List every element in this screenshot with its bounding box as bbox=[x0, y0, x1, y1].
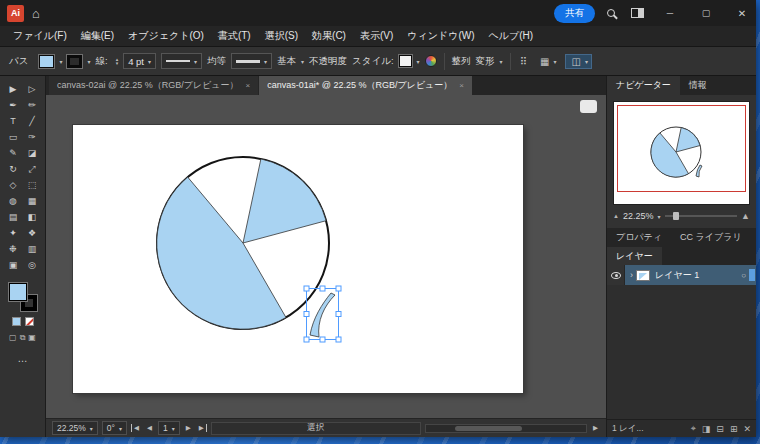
width-profile-dropdown[interactable]: ▾ bbox=[161, 53, 202, 69]
draw-inside-icon[interactable]: ▣ bbox=[28, 333, 36, 343]
navigator-zoom-slider[interactable] bbox=[665, 215, 738, 217]
type-tool[interactable]: T bbox=[4, 113, 23, 129]
visibility-cell[interactable] bbox=[607, 265, 625, 285]
blend-tool[interactable]: ❖ bbox=[23, 225, 42, 241]
clipping-mask-icon[interactable]: ◨ bbox=[702, 424, 711, 434]
draw-normal-icon[interactable]: ▢ bbox=[9, 333, 17, 343]
transform-caret-icon[interactable]: ▾ bbox=[500, 58, 503, 65]
style-swatch[interactable] bbox=[399, 55, 412, 67]
home-icon[interactable]: ⌂ bbox=[32, 7, 40, 20]
new-sublayer-icon[interactable]: ⊟ bbox=[716, 424, 724, 434]
zoom-out-icon[interactable]: ▲ bbox=[613, 213, 619, 219]
new-layer-icon[interactable]: ⊞ bbox=[730, 424, 738, 434]
close-button[interactable]: ✕ bbox=[728, 0, 756, 26]
minimize-button[interactable]: ─ bbox=[656, 0, 684, 26]
selection-handle[interactable] bbox=[320, 286, 325, 291]
tab-layers[interactable]: レイヤー bbox=[607, 247, 662, 265]
menu-file[interactable]: ファイル(F) bbox=[6, 29, 74, 43]
fill-proxy-swatch[interactable] bbox=[9, 283, 27, 301]
document-setup-button[interactable]: ▦ ▾ bbox=[534, 54, 560, 69]
last-artboard-icon[interactable]: ▶ bbox=[197, 424, 207, 432]
fill-stroke-control[interactable] bbox=[8, 282, 38, 312]
mesh-tool[interactable]: ▤ bbox=[4, 209, 23, 225]
scroll-right-icon[interactable]: ▶ bbox=[591, 424, 600, 432]
stroke-width-stepper[interactable]: ▴ ▾ bbox=[116, 57, 119, 65]
fill-color-swatch[interactable] bbox=[39, 55, 54, 68]
brush-dropdown[interactable]: ▾ bbox=[231, 53, 272, 69]
selection-handle[interactable] bbox=[336, 337, 341, 342]
width-tool[interactable]: ◇ bbox=[4, 177, 23, 193]
tab-cc-libraries[interactable]: CC ライブラリ bbox=[671, 228, 751, 247]
draw-behind-icon[interactable]: ⧉ bbox=[20, 333, 26, 343]
artboard[interactable] bbox=[73, 125, 523, 393]
pen-tool[interactable]: ✒ bbox=[4, 97, 23, 113]
menu-window[interactable]: ウィンドウ(W) bbox=[400, 29, 481, 43]
stroke-color-swatch[interactable] bbox=[67, 55, 82, 68]
line-segment-tool[interactable]: ╱ bbox=[23, 113, 42, 129]
none-button[interactable] bbox=[25, 317, 34, 326]
rotate-tool[interactable]: ↻ bbox=[4, 161, 23, 177]
selection-handle[interactable] bbox=[304, 337, 309, 342]
edit-toolbar-icon[interactable]: … bbox=[18, 353, 28, 364]
gradient-tool[interactable]: ◧ bbox=[23, 209, 42, 225]
zoom-in-icon[interactable]: ▲ bbox=[741, 211, 750, 221]
tab-navigator[interactable]: ナビゲーター bbox=[607, 76, 680, 95]
layer-thumbnail[interactable] bbox=[636, 270, 650, 281]
transform-label[interactable]: 変形 bbox=[476, 55, 495, 68]
recolor-artwork-icon[interactable] bbox=[425, 55, 437, 67]
layer-row[interactable]: › レイヤー 1 ○ bbox=[607, 265, 756, 285]
expand-chevron-icon[interactable]: › bbox=[625, 270, 636, 280]
scale-tool[interactable]: ⤢ bbox=[23, 161, 42, 177]
menu-effect[interactable]: 効果(C) bbox=[305, 29, 353, 43]
paintbrush-tool[interactable]: ✑ bbox=[23, 129, 42, 145]
artboard-number-dropdown[interactable]: 1 ▾ bbox=[158, 421, 180, 435]
navigator-zoom-value[interactable]: 22.25% bbox=[623, 211, 654, 221]
canvas[interactable] bbox=[46, 95, 606, 418]
maximize-button[interactable]: ▢ bbox=[692, 0, 720, 26]
layer-name[interactable]: レイヤー 1 bbox=[655, 269, 741, 282]
selection-handle[interactable] bbox=[336, 312, 341, 317]
opacity-label[interactable]: 不透明度 bbox=[309, 55, 347, 68]
graph-tool[interactable]: ▥ bbox=[23, 241, 42, 257]
style-caret-icon[interactable]: ▾ bbox=[417, 58, 420, 65]
target-circle-icon[interactable]: ○ bbox=[741, 271, 749, 280]
menu-view[interactable]: 表示(V) bbox=[353, 29, 400, 43]
navigator-proxy-rect[interactable] bbox=[617, 105, 746, 192]
direct-selection-tool[interactable]: ▷ bbox=[23, 81, 42, 97]
selection-tool[interactable]: ▶ bbox=[4, 81, 23, 97]
stroke-width-field[interactable]: 4 pt ▾ bbox=[123, 53, 156, 69]
eye-icon[interactable] bbox=[611, 272, 621, 279]
workspace-switcher-icon[interactable] bbox=[631, 8, 644, 18]
curvature-tool[interactable]: ✏ bbox=[23, 97, 42, 113]
first-artboard-icon[interactable]: ◀ bbox=[131, 424, 141, 432]
tab-close-icon[interactable]: × bbox=[459, 81, 464, 90]
doc-tab-canvas-02[interactable]: canvas-02ai @ 22.25 %（RGB/プレビュー） × bbox=[49, 76, 258, 95]
color-button[interactable] bbox=[12, 317, 21, 326]
symbol-sprayer-tool[interactable]: ❉ bbox=[4, 241, 23, 257]
search-icon[interactable] bbox=[607, 9, 615, 17]
locate-object-icon[interactable]: ⌖ bbox=[691, 423, 696, 434]
tab-properties[interactable]: プロパティ bbox=[607, 228, 671, 247]
menu-type[interactable]: 書式(T) bbox=[211, 29, 258, 43]
menu-help[interactable]: ヘルプ(H) bbox=[482, 29, 541, 43]
align-label[interactable]: 整列 bbox=[452, 55, 471, 68]
arrange-documents-button[interactable]: ◫ ▾ bbox=[565, 54, 591, 69]
navigator-preview[interactable] bbox=[613, 101, 750, 205]
tab-close-icon[interactable]: × bbox=[246, 81, 251, 90]
selection-handle[interactable] bbox=[304, 286, 309, 291]
shape-builder-tool[interactable]: ◍ bbox=[4, 193, 23, 209]
menu-edit[interactable]: 編集(E) bbox=[74, 29, 121, 43]
more-options-icon[interactable]: ⠿ bbox=[518, 56, 529, 67]
comment-icon[interactable] bbox=[580, 100, 597, 113]
artwork-selected-sliver[interactable] bbox=[310, 293, 335, 337]
doc-tab-canvas-01[interactable]: canvas-01ai* @ 22.25 %（RGB/プレビュー） × bbox=[259, 76, 472, 95]
eyedropper-tool[interactable]: ✦ bbox=[4, 225, 23, 241]
eraser-tool[interactable]: ◪ bbox=[23, 145, 42, 161]
stroke-width-caret-icon[interactable]: ▾ bbox=[148, 58, 151, 65]
selection-handle[interactable] bbox=[304, 312, 309, 317]
brush-caret-icon[interactable]: ▾ bbox=[264, 58, 267, 65]
menu-select[interactable]: 選択(S) bbox=[258, 29, 305, 43]
navigator-zoom-caret-icon[interactable]: ▾ bbox=[657, 213, 660, 220]
selection-handle[interactable] bbox=[320, 337, 325, 342]
zoom-dropdown[interactable]: 22.25% ▾ bbox=[52, 421, 98, 435]
